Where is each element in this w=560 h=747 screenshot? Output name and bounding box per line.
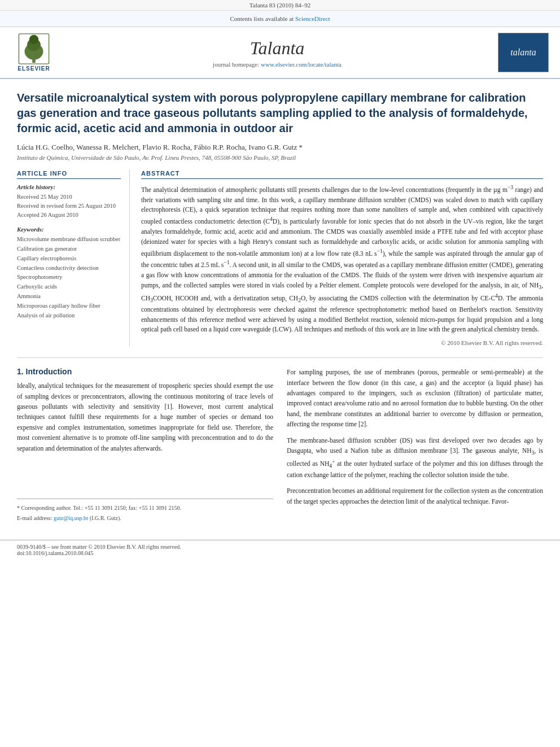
contents-label: Contents lists available at: [230, 15, 294, 22]
sampling-paragraph-1: For sampling purposes, the use of membra…: [287, 367, 543, 429]
article-info-header: ARTICLE INFO: [17, 170, 121, 179]
citation-bar: Talanta 83 (2010) 84–92: [0, 0, 560, 11]
keywords-section: Keywords: Microvolume membrane diffusion…: [17, 226, 121, 320]
keyword-analysis: Analysis of air pollution: [17, 311, 121, 321]
email-person: (I.G.R. Gutz).: [90, 515, 121, 521]
keyword-microporous: Microporous capillary hollow fiber: [17, 302, 121, 311]
page: Talanta 83 (2010) 84–92 Contents lists a…: [0, 0, 560, 747]
page-footer: 0039-9140/$ – see front matter © 2010 El…: [0, 540, 560, 560]
sampling-column: For sampling purposes, the use of membra…: [287, 367, 543, 524]
doi-text: doi:10.1016/j.talanta.2010.08.045: [17, 550, 181, 556]
article-info-column: ARTICLE INFO Article history: Received 2…: [17, 170, 130, 346]
affiliation: Instituto de Química, Universidade de Sã…: [17, 154, 543, 161]
svg-point-3: [29, 35, 39, 45]
body-section: 1. Introduction Ideally, analytical tech…: [17, 367, 543, 524]
talanta-logo-box: talanta: [498, 33, 549, 72]
article-meta-section: ARTICLE INFO Article history: Received 2…: [17, 170, 543, 346]
keyword-microvolume: Microvolume membrane diffusion scrubber: [17, 235, 121, 244]
issn-text: 0039-9140/$ – see front matter © 2010 El…: [17, 544, 181, 550]
intro-heading: Introduction: [26, 367, 72, 376]
journal-homepage: journal homepage: www.elsevier.com/locat…: [56, 61, 498, 68]
citation-text: Talanta 83 (2010) 84–92: [250, 2, 310, 8]
received-revised-date: Received in revised form 25 August 2010: [17, 202, 121, 211]
keyword-capillary: Capillary electrophoresis: [17, 254, 121, 264]
introduction-column: 1. Introduction Ideally, analytical tech…: [17, 367, 273, 524]
intro-paragraph-1: Ideally, analytical techniques for the m…: [17, 381, 273, 453]
introduction-title: 1. Introduction: [17, 367, 273, 376]
email-link[interactable]: gutz@iq.usp.br: [54, 515, 88, 521]
journal-name: Talanta: [56, 38, 498, 59]
main-content: Versatile microanalytical system with po…: [0, 79, 560, 535]
email-label: E-mail address:: [17, 515, 52, 521]
elsevier-text: ELSEVIER: [18, 65, 50, 72]
keyword-calibration: Calibration gas generator: [17, 244, 121, 254]
history-label: Article history:: [17, 184, 121, 190]
talanta-logo-text: talanta: [510, 47, 536, 58]
sampling-paragraph-2: The membrane-based diffusion scrubber (D…: [287, 435, 543, 480]
intro-number: 1.: [17, 367, 24, 376]
email-line: E-mail address: gutz@iq.usp.br (I.G.R. G…: [17, 514, 273, 522]
keyword-ammonia: Ammonia: [17, 292, 121, 302]
author-list: Lúcia H.G. Coelho, Wanessa R. Melchert, …: [17, 143, 303, 151]
authors: Lúcia H.G. Coelho, Wanessa R. Melchert, …: [17, 143, 543, 152]
elsevier-tree-icon: [17, 33, 51, 64]
homepage-label: journal homepage:: [213, 61, 259, 68]
received-date: Received 25 May 2010: [17, 193, 121, 202]
keyword-spectrophotometry: Spectrophotometry: [17, 273, 121, 282]
contents-bar: Contents lists available at ScienceDirec…: [0, 11, 560, 27]
journal-header: ELSEVIER Talanta journal homepage: www.e…: [0, 27, 560, 79]
accepted-date: Accepted 26 August 2010: [17, 211, 121, 220]
homepage-url[interactable]: www.elsevier.com/locate/talanta: [261, 61, 342, 68]
abstract-column: ABSTRACT The analytical determination of…: [141, 170, 543, 346]
footer-issn: 0039-9140/$ – see front matter © 2010 El…: [17, 544, 181, 556]
elsevier-logo: ELSEVIER: [11, 33, 56, 72]
article-title: Versatile microanalytical system with po…: [17, 90, 543, 136]
keyword-contactless: Contactless conductivity detection: [17, 264, 121, 273]
footnote-area: * Corresponding author. Tel.: +55 11 309…: [17, 499, 273, 522]
section-divider: [17, 357, 543, 358]
copyright-line: © 2010 Elsevier B.V. All rights reserved…: [141, 339, 543, 346]
sciencedirect-link[interactable]: ScienceDirect: [295, 15, 330, 22]
abstract-text: The analytical determination of atmosphe…: [141, 184, 543, 335]
corresponding-author: * Corresponding author. Tel.: +55 11 309…: [17, 504, 273, 512]
sampling-paragraph-3: Preconcentration becomes an additional r…: [287, 486, 543, 506]
abstract-header: ABSTRACT: [141, 170, 543, 179]
journal-center: Talanta journal homepage: www.elsevier.c…: [56, 38, 498, 68]
keyword-carboxylic: Carboxylic acids: [17, 282, 121, 292]
keywords-label: Keywords:: [17, 226, 121, 233]
